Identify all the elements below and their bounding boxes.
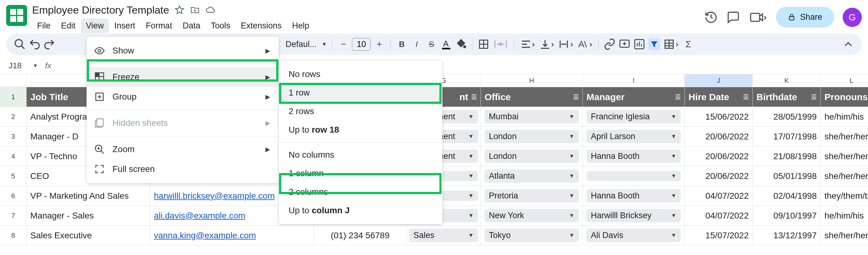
italic-icon[interactable]: I <box>410 38 423 51</box>
cell-title[interactable]: VP - Marketing And Sales <box>27 186 150 206</box>
col-header-i[interactable]: I <box>583 74 685 87</box>
name-box[interactable]: J18 ▼ <box>6 58 40 73</box>
row-header-8[interactable]: 8 <box>0 226 27 246</box>
halign-icon[interactable] <box>519 38 536 51</box>
cell-manager[interactable]: Hanna Booth▼ <box>583 186 685 206</box>
header-office[interactable]: Office☰ <box>481 87 583 107</box>
functions-icon[interactable]: Σ <box>682 38 694 51</box>
cell-pronouns[interactable]: she/her/hers <box>821 147 868 166</box>
cell-dept[interactable]: Sales▼ <box>407 226 481 246</box>
view-group[interactable]: Group ▶ <box>87 87 279 107</box>
freeze-1-row[interactable]: 1 row <box>279 84 442 102</box>
cloud-icon[interactable] <box>206 5 215 15</box>
document-title[interactable]: Employee Directory Template <box>32 4 169 16</box>
cell-birth[interactable]: 17/07/1998 <box>753 127 821 147</box>
cell-manager[interactable]: Harwilll Bricksey▼ <box>583 206 685 226</box>
filter-icon[interactable] <box>648 38 660 51</box>
row-header-1[interactable]: 1 <box>0 87 27 107</box>
cell-pronouns[interactable]: they/them/th <box>821 186 868 206</box>
col-header-h[interactable]: H <box>481 74 583 87</box>
comment-icon[interactable] <box>726 10 740 24</box>
menu-insert[interactable]: Insert <box>110 19 140 33</box>
cell-hire[interactable]: 15/06/2022 <box>685 107 753 127</box>
rotate-icon[interactable]: A <box>577 38 593 51</box>
valign-icon[interactable] <box>538 38 555 51</box>
cell-title[interactable]: Sales Executive <box>27 226 150 246</box>
cell-pronouns[interactable]: she/her/hers <box>821 226 868 246</box>
wrap-icon[interactable] <box>557 38 574 51</box>
avatar[interactable]: G <box>843 8 862 27</box>
font-decrease-icon[interactable]: − <box>337 38 349 51</box>
view-freeze[interactable]: Freeze ▶ <box>87 67 279 87</box>
borders-icon[interactable] <box>477 38 490 51</box>
cell-manager[interactable]: Francine Iglesia▼ <box>583 107 685 127</box>
cell-pronouns[interactable]: he/him/his <box>821 206 868 226</box>
row-header-2[interactable]: 2 <box>0 107 27 127</box>
freeze-upto-col[interactable]: Up to column J <box>279 201 442 220</box>
redo-icon[interactable] <box>43 38 56 51</box>
cell-hire[interactable]: 04/07/2022 <box>685 186 753 206</box>
cell-office[interactable]: London▼ <box>481 147 583 166</box>
cell-office[interactable]: New York▼ <box>481 206 583 226</box>
cell-office[interactable]: Atlanta▼ <box>481 166 583 186</box>
cell-manager[interactable]: ▼ <box>583 166 685 186</box>
header-hire[interactable]: Hire Date☰ <box>685 87 753 107</box>
row-header-6[interactable]: 6 <box>0 186 27 206</box>
font-increase-icon[interactable]: + <box>373 38 385 51</box>
chart-icon[interactable] <box>633 38 646 51</box>
row-header-3[interactable]: 3 <box>0 127 27 147</box>
row-header-4[interactable]: 4 <box>0 147 27 166</box>
freeze-2-rows[interactable]: 2 rows <box>279 102 442 121</box>
merge-icon[interactable] <box>492 38 509 51</box>
cell-office[interactable]: Tokyo▼ <box>481 226 583 246</box>
cell-birth[interactable]: 05/01/1998 <box>753 166 821 186</box>
view-show[interactable]: Show ▶ <box>87 41 279 61</box>
cell-hire[interactable]: 20/06/2022 <box>685 127 753 147</box>
cell-birth[interactable]: 09/10/1997 <box>753 206 821 226</box>
cell-hire[interactable]: 15/07/2022 <box>685 226 753 246</box>
select-all-corner[interactable] <box>0 74 27 87</box>
row-header-5[interactable]: 5 <box>0 166 27 186</box>
header-manager[interactable]: Manager☰ <box>583 87 685 107</box>
cell-birth[interactable]: 13/12/1997 <box>753 226 821 246</box>
cell-hire[interactable]: 04/07/2022 <box>685 206 753 226</box>
cell-title[interactable]: Manager - Sales <box>27 206 150 226</box>
cell-office[interactable]: London▼ <box>481 127 583 147</box>
share-button[interactable]: Share <box>776 7 834 28</box>
cell-manager[interactable]: April Larson▼ <box>583 127 685 147</box>
col-header-k[interactable]: K <box>753 74 821 87</box>
text-color-icon[interactable]: A <box>440 38 453 51</box>
cell-hire[interactable]: 20/06/2022 <box>685 147 753 166</box>
freeze-1-col[interactable]: 1 column <box>279 164 442 183</box>
menu-view[interactable]: View <box>81 19 109 33</box>
move-icon[interactable] <box>190 5 200 15</box>
star-icon[interactable] <box>175 5 184 15</box>
cell-office[interactable]: Mumbai▼ <box>481 107 583 127</box>
view-fullscreen[interactable]: Full screen <box>87 159 279 179</box>
menu-help[interactable]: Help <box>287 19 314 33</box>
cell-pronouns[interactable]: she/her/hers <box>821 127 868 147</box>
view-zoom[interactable]: Zoom ▶ <box>87 139 279 159</box>
header-birth[interactable]: Birthdate☰ <box>753 87 821 107</box>
freeze-2-cols[interactable]: 2 columns <box>279 183 442 201</box>
cell-manager[interactable]: Ali Davis▼ <box>583 226 685 246</box>
menu-edit[interactable]: Edit <box>56 19 81 33</box>
fill-color-icon[interactable] <box>455 38 467 51</box>
menu-format[interactable]: Format <box>141 19 177 33</box>
col-header-j[interactable]: J <box>685 74 753 87</box>
cell-birth[interactable]: 21/08/1998 <box>753 147 821 166</box>
cell-pronouns[interactable]: he/him/his <box>821 107 868 127</box>
header-pronouns[interactable]: Pronouns <box>821 87 868 107</box>
undo-icon[interactable] <box>28 38 41 51</box>
strikethrough-icon[interactable]: S <box>425 38 438 51</box>
cell-hire[interactable]: 20/06/2022 <box>685 166 753 186</box>
cell-phone[interactable]: (01) 234 56789 <box>314 226 407 246</box>
row-header-7[interactable]: 7 <box>0 206 27 226</box>
link-icon[interactable] <box>603 38 616 51</box>
insert-comment-icon[interactable] <box>618 38 631 51</box>
cell-manager[interactable]: Hanna Booth▼ <box>583 147 685 166</box>
cell-office[interactable]: Pretoria▼ <box>481 186 583 206</box>
cell-pronouns[interactable]: she/her/hers <box>821 166 868 186</box>
freeze-no-rows[interactable]: No rows <box>279 65 442 84</box>
table-view-icon[interactable] <box>663 38 680 51</box>
